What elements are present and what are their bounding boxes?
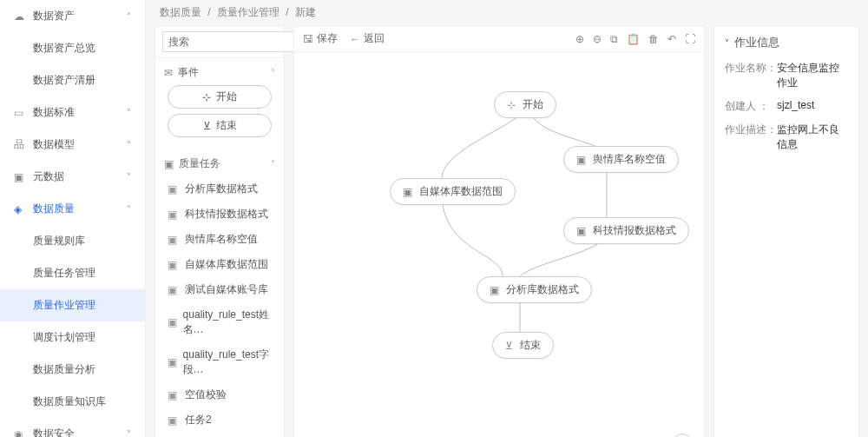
palette-end-node[interactable]: ⊻ 结束: [168, 114, 272, 137]
model-icon: 品: [14, 137, 26, 152]
palette-start-node[interactable]: ⊹ 开始: [168, 85, 272, 109]
nav-label: 数据模型: [33, 137, 75, 152]
start-icon: ⊹: [507, 99, 516, 111]
info-header[interactable]: ˅ 作业信息: [725, 35, 848, 50]
node-palette: ⇄ ✉ 事件 ˄ ⊹ 开始 ⊻ 结束: [155, 25, 285, 437]
task-label: quality_rule_test姓名…: [183, 308, 272, 337]
undo-icon[interactable]: ↶: [667, 33, 676, 45]
quality-icon: ◈: [14, 203, 26, 215]
nav-label: 数据安全: [33, 427, 75, 437]
meta-icon: ▣: [14, 171, 26, 183]
end-icon: ⊻: [505, 340, 513, 352]
palette-task-item[interactable]: ▣quality_rule_test字段…: [164, 342, 275, 382]
save-icon: 🖫: [303, 33, 313, 45]
back-button[interactable]: ←返回: [350, 31, 385, 46]
task-label: 自媒体库数据范围: [185, 257, 268, 272]
info-key: 创建人 ：: [725, 99, 777, 114]
nav-asset-list[interactable]: 数据资产清册: [0, 64, 145, 96]
palette-task-item[interactable]: ▣quality_rule_test姓名…: [164, 302, 275, 342]
canvas-toolbar: 🖫保存 ←返回 ⊕ ⊖ ⧉ 📋 🗑 ↶ ⛶: [294, 26, 704, 52]
doc-icon: ▭: [14, 107, 26, 119]
nav-data-asset[interactable]: ☁ 数据资产 ˄: [0, 0, 145, 32]
task-icon: ▣: [168, 259, 180, 271]
pill-label: 结束: [216, 118, 237, 133]
palette-task-item[interactable]: ▣任务2: [164, 407, 275, 433]
nav-data-quality[interactable]: ◈ 数据质量 ˄: [0, 193, 145, 225]
chevron-down-icon: ˅: [127, 429, 131, 437]
back-icon: ←: [350, 33, 360, 45]
node-n2[interactable]: ▣自媒体库数据范围: [390, 178, 516, 205]
task-icon: ▣: [168, 284, 180, 296]
node-n4[interactable]: ▣分析库数据格式: [477, 276, 592, 303]
nav-data-security[interactable]: ◉ 数据安全 ˅: [0, 418, 145, 437]
chevron-up-icon: ˄: [271, 68, 275, 77]
node-start[interactable]: ⊹开始: [494, 91, 556, 118]
flow-canvas[interactable]: ⊹开始 ▣舆情库名称空值 ▣自媒体库数据范围 ▣科技情报数据格式 ▣分析库数据格…: [294, 52, 704, 437]
palette-task-item[interactable]: ▣空值校验: [164, 382, 275, 407]
task-icon: ▣: [168, 389, 180, 401]
nav-schedule[interactable]: 调度计划管理: [0, 321, 145, 354]
info-value: 监控网上不良信息: [777, 122, 848, 152]
task-icon: ▣: [168, 414, 180, 427]
fullscreen-icon[interactable]: ⛶: [685, 33, 695, 45]
palette-group-event[interactable]: ✉ 事件 ˄: [164, 65, 275, 80]
palette-task-item[interactable]: ▣自媒体库数据范围: [164, 252, 275, 277]
main-area: 数据质量 / 质量作业管理 / 新建 ⇄ ✉ 事件 ˄ ⊹: [146, 0, 868, 437]
chevron-up-icon: ˄: [127, 204, 131, 214]
btn-label: 返回: [364, 31, 385, 46]
crumb-0[interactable]: 数据质量: [160, 6, 201, 18]
chevron-down-icon: ˅: [127, 108, 131, 117]
info-row-creator: 创建人 ：sjzl_test: [725, 99, 848, 114]
group-label: 质量任务: [179, 156, 220, 171]
save-button[interactable]: 🖫保存: [303, 31, 338, 46]
task-icon: ▣: [168, 209, 180, 221]
nav-metadata[interactable]: ▣ 元数据 ˅: [0, 161, 145, 193]
palette-task-item[interactable]: ▣测试自媒体账号库: [164, 277, 275, 302]
nav-label: 元数据: [33, 169, 64, 184]
nav-data-model[interactable]: 品 数据模型 ˅: [0, 129, 145, 161]
shield-icon: ◉: [14, 428, 26, 438]
nav-quality-jobs[interactable]: 质量作业管理: [0, 289, 145, 321]
node-label: 分析库数据格式: [506, 282, 579, 297]
add-icon[interactable]: ⊕: [575, 33, 584, 45]
chevron-down-icon: ˅: [127, 140, 131, 149]
btn-label: 保存: [317, 31, 338, 46]
palette-task-item[interactable]: ▣分析库数据格式: [164, 176, 275, 202]
remove-icon[interactable]: ⊖: [593, 33, 602, 45]
palette-task-item[interactable]: ▣任务1: [164, 433, 275, 437]
nav-data-standard[interactable]: ▭ 数据标准 ˅: [0, 96, 145, 129]
nav-quality-tasks[interactable]: 质量任务管理: [0, 257, 145, 289]
nav-quality-rules[interactable]: 质量规则库: [0, 225, 145, 257]
node-n3[interactable]: ▣科技情报数据格式: [563, 217, 689, 244]
nav-label: 数据标准: [33, 105, 75, 120]
palette-task-item[interactable]: ▣科技情报数据格式: [164, 202, 275, 227]
info-key: 作业名称：: [725, 61, 777, 90]
task-icon: ▣: [164, 158, 174, 170]
nav-label: 数据质量: [33, 202, 75, 216]
node-label: 开始: [523, 97, 543, 112]
nav-asset-overview[interactable]: 数据资产总览: [0, 32, 145, 64]
start-icon: ⊹: [202, 91, 211, 103]
chevron-up-icon: ˄: [271, 159, 275, 169]
crumb-1[interactable]: 质量作业管理: [217, 6, 279, 18]
mail-icon: ✉: [164, 67, 173, 79]
palette-task-item[interactable]: ▣舆情库名称空值: [164, 227, 275, 252]
task-icon: ▣: [168, 356, 178, 368]
task-icon: ▣: [168, 183, 180, 195]
node-label: 舆情库名称空值: [593, 152, 666, 167]
search-input[interactable]: [162, 31, 305, 52]
palette-group-tasks[interactable]: ▣ 质量任务 ˄: [164, 156, 275, 171]
node-n1[interactable]: ▣舆情库名称空值: [563, 146, 679, 173]
copy-icon[interactable]: ⧉: [610, 33, 618, 45]
info-title: 作业信息: [734, 35, 779, 50]
node-label: 结束: [520, 338, 541, 353]
group-label: 事件: [178, 65, 199, 80]
nav-quality-kb[interactable]: 数据质量知识库: [0, 386, 145, 418]
nav-quality-analysis[interactable]: 数据质量分析: [0, 354, 145, 386]
info-row-desc: 作业描述：监控网上不良信息: [725, 122, 848, 152]
chevron-down-icon: ˅: [127, 172, 131, 182]
delete-icon[interactable]: 🗑: [648, 33, 659, 45]
paste-icon[interactable]: 📋: [627, 33, 640, 45]
task-icon: ▣: [576, 225, 586, 237]
node-end[interactable]: ⊻结束: [492, 332, 554, 359]
